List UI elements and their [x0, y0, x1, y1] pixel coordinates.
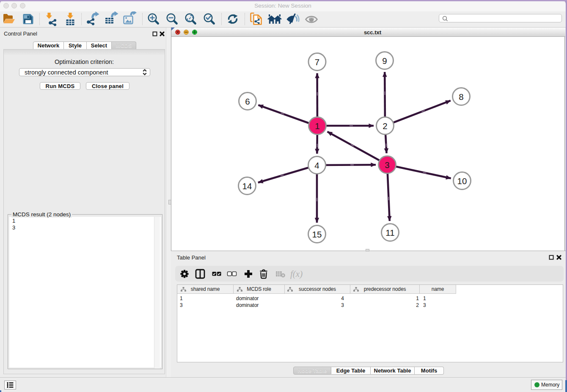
svg-text:2: 2	[383, 121, 387, 131]
svg-text:1: 1	[315, 121, 319, 131]
svg-text:8: 8	[459, 92, 463, 102]
svg-text:7: 7	[315, 57, 319, 67]
svg-text:3: 3	[385, 160, 389, 170]
svg-text:6: 6	[245, 97, 250, 106]
svg-text:9: 9	[382, 56, 387, 66]
svg-text:15: 15	[312, 229, 322, 239]
svg-text:4: 4	[314, 160, 319, 170]
svg-text:f(x): f(x)	[290, 269, 303, 279]
svg-text:11: 11	[385, 228, 394, 237]
svg-text:14: 14	[242, 181, 252, 191]
svg-text:10: 10	[457, 176, 467, 186]
